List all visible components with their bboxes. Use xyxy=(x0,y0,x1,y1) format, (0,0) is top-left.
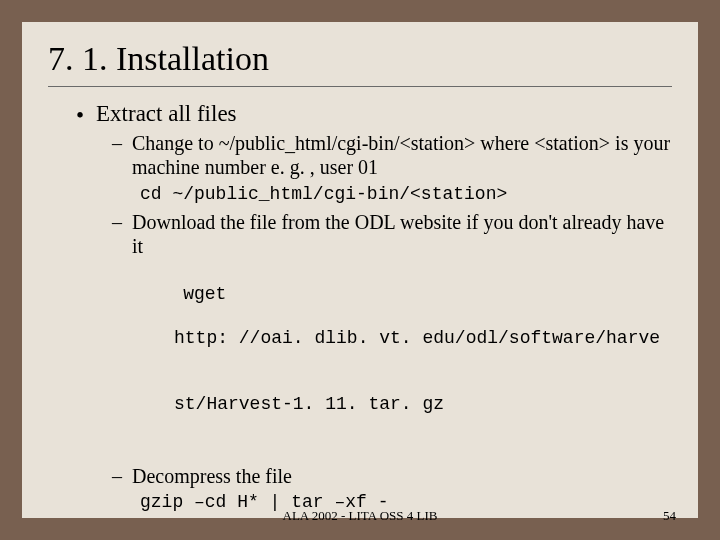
bullet-text: Extract all files xyxy=(96,101,237,127)
sub-text-3: Decompress the file xyxy=(132,464,292,488)
slide-body: 7. 1. Installation • Extract all files –… xyxy=(22,22,698,518)
dash-icon: – xyxy=(112,465,122,488)
code-block-2: wget http: //oai. dlib. vt. edu/odl/soft… xyxy=(140,263,672,461)
code-line: wget xyxy=(183,284,226,304)
sub-bullet-3: – Decompress the file xyxy=(112,464,672,488)
sub-text-1: Change to ~/public_html/cgi-bin/<station… xyxy=(132,131,672,180)
slide-number: 54 xyxy=(663,508,676,524)
sub-bullet-1: – Change to ~/public_html/cgi-bin/<stati… xyxy=(112,131,672,180)
bullet-dot-icon: • xyxy=(76,104,84,127)
footer-center-text: ALA 2002 - LITA OSS 4 LIB xyxy=(283,508,438,524)
bullet-level1: • Extract all files xyxy=(76,101,672,127)
dash-icon: – xyxy=(112,211,122,234)
sub-bullet-2: – Download the file from the ODL website… xyxy=(112,210,672,259)
title-rule xyxy=(48,86,672,87)
dash-icon: – xyxy=(112,132,122,155)
sub-text-2: Download the file from the ODL website i… xyxy=(132,210,672,259)
code-line: http: //oai. dlib. vt. edu/odl/software/… xyxy=(174,328,672,350)
code-block-1: cd ~/public_html/cgi-bin/<station> xyxy=(140,184,672,206)
slide-title: 7. 1. Installation xyxy=(48,40,672,78)
code-line: st/Harvest-1. 11. tar. gz xyxy=(174,394,672,416)
